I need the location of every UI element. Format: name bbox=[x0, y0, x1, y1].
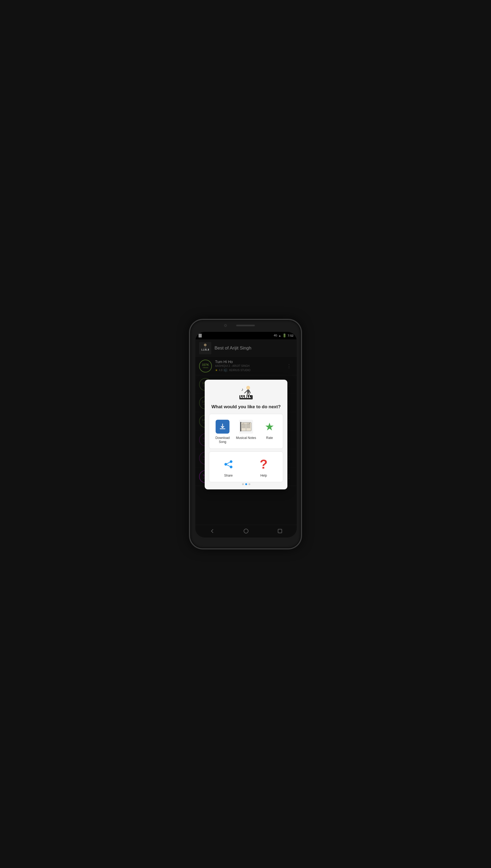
musical-notes-label: Musical Notes bbox=[236, 436, 256, 440]
action-dialog: ♪ What would you like to do next? bbox=[205, 380, 287, 490]
power-button[interactable] bbox=[301, 368, 301, 381]
phone-screen: 4G ▲ 🔋 7:52 bbox=[195, 332, 297, 537]
rate-label: Rate bbox=[266, 436, 273, 440]
vol-up-button[interactable] bbox=[190, 363, 190, 372]
share-label: Share bbox=[224, 474, 233, 478]
dialog-actions-top: DownloadSong bbox=[209, 414, 283, 449]
vol-down-button[interactable] bbox=[190, 374, 190, 384]
svg-line-27 bbox=[247, 393, 248, 395]
share-icon bbox=[222, 457, 235, 471]
svg-point-23 bbox=[246, 386, 250, 390]
dot-3 bbox=[249, 483, 250, 485]
svg-text:♪: ♪ bbox=[241, 387, 243, 392]
share-icon-wrap bbox=[221, 456, 236, 472]
svg-point-43 bbox=[230, 460, 232, 463]
download-icon bbox=[215, 420, 230, 433]
dialog-mascot: ♪ bbox=[238, 385, 254, 401]
svg-rect-21 bbox=[248, 395, 249, 397]
svg-rect-20 bbox=[243, 395, 244, 397]
svg-rect-24 bbox=[247, 390, 249, 393]
question-mark-icon: ? bbox=[257, 457, 270, 471]
camera bbox=[224, 324, 227, 327]
svg-rect-22 bbox=[250, 395, 251, 397]
dot-1 bbox=[242, 483, 244, 485]
svg-rect-40 bbox=[240, 422, 241, 431]
download-icon-wrap bbox=[215, 419, 230, 435]
help-label: Help bbox=[260, 474, 267, 478]
share-button[interactable]: Share bbox=[211, 454, 246, 480]
dialog-title: What would you like to do next? bbox=[211, 404, 281, 410]
download-song-button[interactable]: DownloadSong bbox=[211, 416, 234, 446]
svg-line-25 bbox=[245, 391, 247, 393]
notes-icon-wrap: ♩♪ ♫♬ bbox=[238, 419, 254, 435]
download-song-label: DownloadSong bbox=[215, 436, 230, 444]
svg-text:♩♪: ♩♪ bbox=[242, 422, 244, 424]
rate-icon-wrap: ★ bbox=[262, 419, 277, 435]
dot-2-active bbox=[245, 483, 247, 485]
svg-line-26 bbox=[249, 391, 250, 393]
page-indicator bbox=[242, 483, 250, 485]
speaker bbox=[236, 325, 255, 326]
svg-line-47 bbox=[226, 464, 231, 467]
rate-button[interactable]: ★ Rate bbox=[258, 416, 281, 446]
svg-line-28 bbox=[249, 393, 249, 395]
dialog-actions-bottom: Share ? Help bbox=[209, 451, 283, 482]
notes-icon: ♩♪ ♫♬ bbox=[239, 420, 253, 433]
musical-notes-button[interactable]: ♩♪ ♫♬ Musical Notes bbox=[235, 416, 257, 446]
svg-rect-19 bbox=[241, 395, 242, 397]
svg-rect-16 bbox=[245, 395, 246, 398]
star-rate-icon: ★ bbox=[263, 420, 277, 433]
svg-line-46 bbox=[226, 461, 231, 464]
phone-device: 4G ▲ 🔋 7:52 bbox=[190, 319, 301, 549]
dialog-overlay: ♪ What would you like to do next? bbox=[195, 332, 297, 537]
help-button[interactable]: ? Help bbox=[247, 454, 281, 480]
screen-content: 4G ▲ 🔋 7:52 bbox=[195, 332, 297, 537]
svg-text:♫♬: ♫♬ bbox=[247, 422, 250, 424]
help-icon-wrap: ? bbox=[256, 456, 271, 472]
